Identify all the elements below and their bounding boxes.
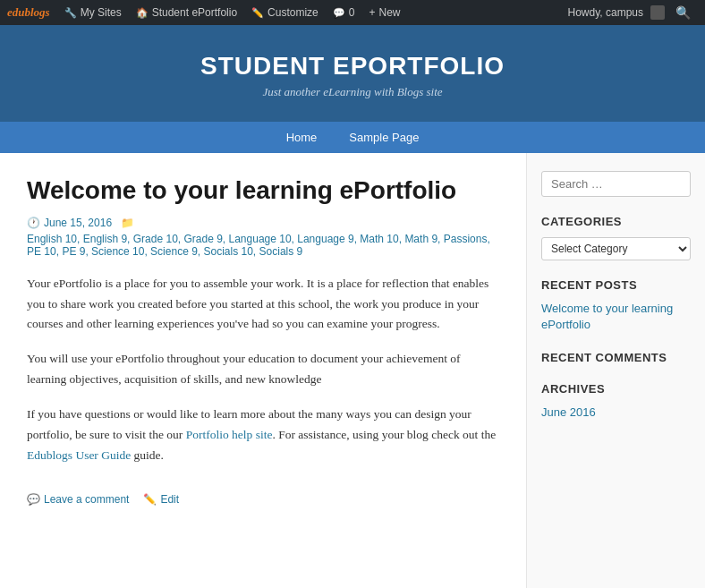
portfolio-help-link[interactable]: Portfolio help site — [186, 428, 273, 441]
sidebar: CATEGORIES Select Category RECENT POSTS … — [526, 153, 705, 588]
categories-title: CATEGORIES — [541, 215, 691, 228]
howdy-text: Howdy, campus — [568, 6, 643, 19]
sidebar-archives: ARCHIVES June 2016 — [541, 382, 691, 421]
meta-clock-icon: 🕐 — [27, 217, 40, 229]
cat-math10[interactable]: Math 10 — [360, 233, 398, 245]
leave-comment-link[interactable]: 💬 Leave a comment — [27, 493, 129, 506]
content-area: Welcome to your learning ePortfolio 🕐 Ju… — [0, 153, 526, 588]
cat-pe9[interactable]: PE 9 — [62, 245, 85, 258]
edit-pencil-icon: ✏️ — [143, 493, 157, 506]
categories-select[interactable]: Select Category — [541, 237, 691, 260]
cat-language10[interactable]: Language 10 — [229, 233, 292, 245]
cat-grade10[interactable]: Grade 10 — [133, 233, 178, 245]
edit-link[interactable]: ✏️ Edit — [143, 493, 179, 506]
nav-sample-page[interactable]: Sample Page — [333, 122, 435, 153]
cat-english9[interactable]: English 9 — [83, 233, 127, 245]
logo-highlight: edu — [7, 5, 25, 19]
pencil-icon: ✏️ — [251, 7, 264, 19]
admin-bar: edublogs 🔧 My Sites 🏠 Student ePortfolio… — [0, 0, 705, 25]
admin-comments[interactable]: 💬 0 — [326, 0, 362, 25]
search-input[interactable] — [541, 171, 691, 197]
site-header: STUDENT EPORTFOLIO Just another eLearnin… — [0, 25, 705, 122]
admin-customize[interactable]: ✏️ Customize — [244, 0, 326, 25]
post-title: Welcome to your learning ePortfolio — [27, 175, 499, 206]
admin-student-eportfolio[interactable]: 🏠 Student ePortfolio — [129, 0, 244, 25]
recent-posts-title: RECENT POSTS — [541, 278, 691, 292]
main-nav: Home Sample Page — [0, 122, 705, 153]
admin-my-sites[interactable]: 🔧 My Sites — [57, 0, 129, 25]
admin-search-icon[interactable]: 🔍 — [668, 5, 698, 20]
cat-socials10[interactable]: Socials 10 — [203, 245, 252, 258]
cat-science10[interactable]: Science 10 — [91, 245, 144, 258]
post-body: Your ePortfolio is a place for you to as… — [27, 274, 499, 467]
archives-title: ARCHIVES — [541, 382, 691, 396]
edublogs-guide-link[interactable]: Edublogs User Guide — [27, 448, 131, 462]
comment-icon: 💬 — [333, 7, 345, 19]
home-icon: 🏠 — [136, 7, 149, 19]
nav-home[interactable]: Home — [270, 122, 334, 153]
site-title[interactable]: STUDENT EPORTFOLIO — [18, 52, 687, 81]
site-tagline: Just another eLearning with Blogs site — [18, 85, 687, 99]
post-date[interactable]: June 15, 2016 — [44, 217, 112, 229]
admin-new[interactable]: + New — [361, 0, 407, 25]
post-paragraph-3: If you have questions or would like to l… — [27, 405, 499, 466]
post-footer: 💬 Leave a comment ✏️ Edit — [27, 484, 499, 506]
plus-icon: + — [369, 6, 375, 19]
sidebar-recent-posts: RECENT POSTS Welcome to your learning eP… — [541, 278, 691, 333]
comment-bubble-icon: 💬 — [27, 493, 40, 506]
main-layout: Welcome to your learning ePortfolio 🕐 Ju… — [0, 153, 705, 588]
cat-language9[interactable]: Language 9 — [297, 233, 353, 245]
sidebar-search — [541, 171, 691, 197]
admin-avatar[interactable] — [650, 5, 665, 20]
cat-grade9[interactable]: Grade 9 — [183, 233, 222, 245]
post-paragraph-2: You will use your ePortfolio throughout … — [27, 349, 499, 390]
sidebar-categories: CATEGORIES Select Category — [541, 215, 691, 260]
edublogs-logo[interactable]: edublogs — [7, 5, 50, 20]
recent-comments-title: RECENT COMMENTS — [541, 351, 691, 364]
cat-english10[interactable]: English 10 — [27, 233, 77, 245]
archive-june-2016[interactable]: June 2016 — [541, 405, 691, 421]
cat-math9[interactable]: Math 9 — [404, 233, 437, 245]
wrench-icon: 🔧 — [64, 7, 77, 19]
sidebar-recent-comments: RECENT COMMENTS — [541, 351, 691, 364]
logo-text: blogs — [25, 5, 50, 19]
recent-post-1[interactable]: Welcome to your learning ePortfolio — [541, 301, 691, 333]
meta-folder-icon: 📁 — [121, 217, 134, 229]
admin-bar-right: Howdy, campus 🔍 — [568, 5, 698, 20]
post-categories: English 10, English 9, Grade 10, Grade 9… — [27, 233, 499, 258]
post-meta: 🕐 June 15, 2016 📁 English 10, English 9,… — [27, 217, 499, 258]
cat-socials9[interactable]: Socials 9 — [259, 245, 303, 258]
cat-pe10[interactable]: PE 10 — [27, 245, 56, 258]
cat-science9[interactable]: Science 9 — [150, 245, 198, 258]
post-paragraph-1: Your ePortfolio is a place for you to as… — [27, 274, 499, 336]
cat-passions[interactable]: Passions — [444, 233, 488, 245]
